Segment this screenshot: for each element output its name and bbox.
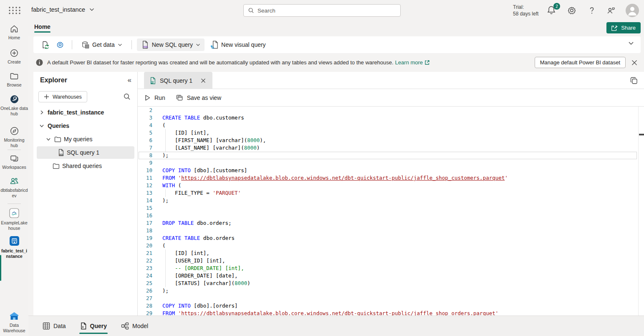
new-sql-query-button[interactable]: SQL New SQL query [137, 38, 205, 51]
tree-item-sql-query-1[interactable]: SQL SQL query 1 [33, 146, 138, 159]
learn-more-label: Learn more [395, 59, 423, 66]
query-doc-icon [80, 322, 87, 330]
rail-item-label: Browse [0, 82, 28, 88]
sql-file-icon: SQL [58, 149, 64, 156]
line-number: 18 [143, 227, 152, 234]
line-number: 12 [143, 182, 152, 189]
code-line[interactable]: 28COPY INTO [dbo].[orders] [138, 302, 638, 310]
explorer-search-icon[interactable] [123, 93, 131, 100]
code-line[interactable]: 13 FILE_TYPE = 'PARQUET' [138, 189, 638, 197]
code-text: CREATE TABLE dbo.orders [162, 234, 235, 242]
rail-item-home[interactable]: Home [0, 24, 28, 41]
learn-more-link[interactable]: Learn more [395, 59, 430, 66]
rail-item-fabric-test-instance[interactable]: fabric_test_instance [0, 235, 28, 259]
line-number: 2 [143, 107, 152, 114]
code-line[interactable]: 21 [ID] [int], [138, 249, 638, 257]
rail-item-onelake-data-hub[interactable]: OneLake data hub [0, 94, 28, 117]
code-line[interactable]: 27 [138, 295, 638, 302]
query-tab[interactable]: SQL SQL query 1 [144, 72, 212, 89]
search-input[interactable] [258, 8, 396, 14]
code-line[interactable]: 25 [STATUS] [varchar](8000) [138, 280, 638, 287]
line-number: 14 [143, 197, 152, 204]
tree-item-my-queries[interactable]: My queries [33, 132, 138, 146]
tab-home[interactable]: Home [34, 23, 51, 33]
rail-item-data-warehouse[interactable]: Data Warehouse [0, 311, 28, 333]
code-lines[interactable]: 23CREATE TABLE dbo.customers4(5 [ID] [in… [138, 107, 638, 316]
line-number: 25 [143, 280, 152, 287]
save-as-view-button[interactable]: Save as view [176, 94, 221, 101]
global-search[interactable] [243, 4, 401, 17]
code-line[interactable]: 26); [138, 287, 638, 295]
code-line[interactable]: 2 [138, 107, 638, 114]
notifications-button[interactable]: 2 [547, 5, 558, 16]
view-tab-model[interactable]: Model [120, 316, 149, 336]
code-line[interactable]: 14); [138, 197, 638, 204]
code-line[interactable]: 10COPY INTO [dbo].[customers] [138, 167, 638, 174]
person-icon [626, 4, 639, 17]
code-line[interactable]: 8); [138, 152, 638, 159]
code-text: ( [162, 242, 166, 249]
code-line[interactable]: 16 [138, 212, 638, 219]
code-text: FROM 'https://dbtlabsynapsedatalake.blob… [162, 174, 508, 182]
tree-item-fabric-test-instance[interactable]: fabric_test_instance [33, 106, 138, 119]
svg-text:SQL: SQL [151, 81, 155, 84]
code-line[interactable]: 20( [138, 242, 638, 249]
refresh-report-button[interactable] [38, 38, 52, 51]
new-visual-query-button[interactable]: New visual query [206, 38, 270, 51]
new-warehouse-button[interactable]: Warehouses [38, 91, 87, 102]
settings-button[interactable] [53, 38, 67, 51]
workspace-title: fabric_test_instance [31, 6, 85, 13]
view-tab-query[interactable]: Query [79, 316, 108, 336]
workspace-switcher[interactable]: fabric_test_instance [31, 6, 94, 13]
feedback-icon[interactable] [606, 5, 616, 15]
code-line[interactable]: 18 [138, 227, 638, 234]
code-line[interactable]: 19CREATE TABLE dbo.orders [138, 234, 638, 242]
code-text: [ID] [int], [162, 129, 210, 137]
tab-close-icon[interactable] [200, 77, 207, 84]
code-line[interactable]: 5 [ID] [int], [138, 129, 638, 137]
explorer-collapse-icon[interactable]: « [128, 76, 131, 84]
rail-item-dbtlabsfabricdev[interactable]: dbtlabsfabricdev [0, 177, 28, 199]
code-line[interactable]: 24 [ORDER_DATE] [date], [138, 272, 638, 280]
settings-gear-icon[interactable] [567, 5, 577, 15]
copy-icon[interactable] [630, 76, 638, 85]
code-line[interactable]: 15 [138, 204, 638, 212]
code-line[interactable]: 7 [LAST_NAME] [varchar](8000) [138, 144, 638, 152]
code-line[interactable]: 29FROM 'https://dbtlabsynapsedatalake.bl… [138, 310, 638, 316]
rail-item-browse[interactable]: Browse [0, 71, 28, 88]
help-icon[interactable] [587, 5, 597, 15]
banner-close-icon[interactable] [630, 59, 639, 67]
code-line[interactable]: 9 [138, 159, 638, 167]
rail-item-workspaces[interactable]: Workspaces [0, 154, 28, 170]
get-data-button[interactable]: Get data [77, 38, 126, 51]
manage-default-dataset-button[interactable]: Manage default Power BI dataset [535, 57, 626, 68]
view-tab-data[interactable]: Data [42, 316, 67, 336]
scrollbar-cursor-mark[interactable] [639, 134, 644, 135]
external-link-icon [424, 60, 430, 65]
share-button[interactable]: Share [606, 22, 641, 33]
code-text: FROM 'https://dbtlabsynapsedatalake.blob… [162, 310, 498, 316]
code-line[interactable]: 4( [138, 122, 638, 129]
account-avatar[interactable] [626, 4, 639, 17]
code-line[interactable]: 6 [FIRST_NAME] [varchar](8000), [138, 137, 638, 144]
line-number: 27 [143, 295, 152, 302]
code-line[interactable]: 12WITH ( [138, 182, 638, 189]
ribbon-expand-chevron-icon[interactable] [628, 41, 634, 45]
code-line[interactable]: 23 -- [ORDER_DATE] [int], [138, 265, 638, 272]
rail-item-create[interactable]: Create [0, 48, 28, 65]
code-line[interactable]: 17DROP TABLE dbo.orders; [138, 219, 638, 227]
rail-item-monitoring-hub[interactable]: Monitoring hub [0, 126, 28, 148]
code-line[interactable]: 11FROM 'https://dbtlabsynapsedatalake.bl… [138, 174, 638, 182]
tree-item-queries[interactable]: Queries [33, 119, 138, 132]
info-icon [36, 59, 43, 66]
app-launcher-icon[interactable] [8, 6, 21, 15]
tree-item-shared-queries[interactable]: Shared queries [33, 159, 138, 173]
model-diagram-icon [121, 322, 129, 330]
view-tab-label: Data [53, 323, 66, 329]
rail-item-examplelakehouse[interactable]: ExampleLakehouse [0, 208, 28, 231]
editor-scrollbar[interactable] [638, 107, 644, 316]
code-line[interactable]: 3CREATE TABLE dbo.customers [138, 114, 638, 122]
run-button[interactable]: Run [144, 94, 165, 101]
code-line[interactable]: 22 [USER_ID] [int], [138, 257, 638, 265]
rail-item-label: Home [0, 35, 28, 41]
